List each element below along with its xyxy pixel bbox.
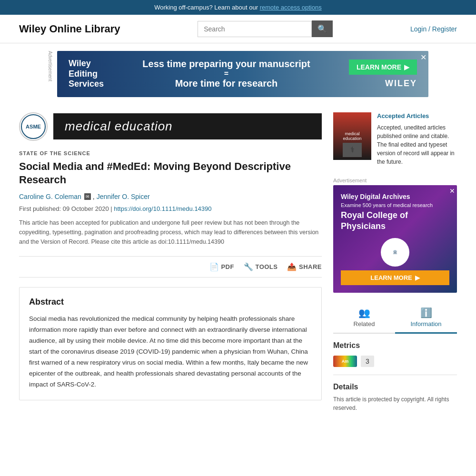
cover-emblem: ⚕ [350,145,355,154]
top-banner: Working off-campus? Learn about our remo… [0,0,476,15]
tab-information[interactable]: ℹ️ Information [395,302,457,334]
related-icon: 👥 [358,307,370,318]
accepted-desc: Accepted, unedited articles published on… [377,123,457,166]
ad-content: WileyEditingServices Less time preparing… [57,51,428,97]
article-title: Social Media and #MedEd: Moving Beyond D… [19,160,322,187]
journal-title-banner: medical education [53,113,322,139]
play-icon: ▶ [404,63,409,71]
journal-header: ASME medical education [19,112,322,141]
learn-more-button[interactable]: LEARN MORE ▶ [349,60,417,75]
altmetric-label: Am [342,359,349,364]
abstract-title: Abstract [29,297,312,307]
ad-wiley-label: WileyEditingServices [69,59,104,89]
accepted-articles-box: medicaleducation ⚕ Accepted Articles Acc… [333,112,457,166]
pdf-label: PDF [221,263,234,270]
pdf-button[interactable]: 📄 PDF [209,262,234,271]
main-layout: ASME medical education STATE OF THE SCIE… [0,105,476,420]
learn-more-label: LEARN MORE [357,63,401,71]
abstract-section: Abstract Social media has revolutionized… [19,287,322,400]
sidebar-ad-subtitle: Examine 500 years of medical research [341,202,449,208]
details-title: Details [333,383,457,391]
article-tools: 📄 PDF 🔧 TOOLS 📤 SHARE [19,256,322,278]
banner-text: Working off-campus? [154,4,212,11]
accepted-articles-link[interactable]: Accepted Articles [377,112,457,119]
tools-button[interactable]: 🔧 TOOLS [244,262,278,271]
metrics-title: Metrics [333,341,457,350]
sidebar-tabs: 👥 Related ℹ️ Information [333,302,457,334]
accepted-info: Accepted Articles Accepted, unedited art… [377,112,457,166]
ad-main-text: Less time preparing your manuscript [142,59,310,69]
tools-label: TOOLS [255,263,278,270]
article-type: STATE OF THE SCIENCE [19,150,322,156]
sidebar-ad-wiley: Wiley Digital Archives [341,193,449,200]
pub-date-line: First published: 09 October 2020 | https… [19,205,322,212]
author-separator: , [93,193,95,200]
search-input[interactable] [198,21,312,37]
ad-banner: Advertisement WileyEditingServices Less … [48,51,428,97]
author-caroline[interactable]: Caroline G. Coleman [19,193,81,200]
details-section: Details This article is protected by cop… [333,383,457,412]
sidebar-learn-label: LEARN MORE [370,274,412,281]
wiley-brand: WILEY [385,79,417,89]
metrics-section: Metrics Am 3 [333,341,457,375]
information-icon: ℹ️ [420,307,432,318]
share-button[interactable]: 📤 SHARE [287,262,322,271]
doi-link[interactable]: https://doi.org/10.1111/medu.14390 [114,205,211,212]
sidebar: medicaleducation ⚕ Accepted Articles Acc… [333,112,457,412]
altmetric-donut: Am [333,356,357,367]
authors: Caroline G. Coleman ✉ , Jennifer O. Spic… [19,193,322,200]
share-icon: 📤 [287,262,297,271]
sidebar-learn-icon: ▶ [415,274,420,281]
site-logo: Wiley Online Library [19,23,120,35]
crest-symbol: 🏛️ [393,250,397,254]
article-note: This article has been accepted for publi… [19,218,322,247]
abstract-text: Social media has revolutionized the medi… [29,314,312,390]
journal-logo: ASME [19,112,48,141]
journal-title-text: medical education [65,119,173,133]
pub-date-value: 09 October 2020 [63,205,109,212]
content-area: ASME medical education STATE OF THE SCIE… [19,112,322,412]
related-label: Related [354,320,375,327]
journal-logo-inner: ASME [21,114,46,139]
sidebar-ad: ✕ Wiley Digital Archives Examine 500 yea… [333,185,457,293]
pdf-icon: 📄 [209,262,219,271]
information-label: Information [410,320,441,327]
login-register-link[interactable]: Login / Register [410,25,457,33]
altmetric-score: 3 [361,356,374,367]
ad-middle: Less time preparing your manuscript = Mo… [142,59,310,89]
ad-label: Advertisement [48,51,53,97]
ad-right: LEARN MORE ▶ WILEY [349,60,417,89]
ad-left: WileyEditingServices [69,59,104,89]
header: Wiley Online Library 🔍 Login / Register [0,15,476,43]
search-area: 🔍 [198,20,333,37]
ad-sub-text: More time for research [142,78,310,89]
sidebar-ad-label: Advertisement [333,178,457,183]
pub-date-label: First published: [19,205,61,212]
tools-icon: 🔧 [244,262,254,271]
altmetric-badge: Am 3 [333,356,457,367]
sidebar-ad-crest: 🏛️ [381,238,409,267]
search-button[interactable]: 🔍 [312,20,333,37]
cover-image: ⚕ [343,143,362,157]
ad-close-button[interactable]: ✕ [420,53,426,62]
sidebar-ad-close-button[interactable]: ✕ [449,187,455,195]
sidebar-ad-title: Royal College of Physicians [341,210,449,232]
journal-logo-text: ASME [26,124,41,129]
sidebar-learn-more-button[interactable]: LEARN MORE ▶ [341,270,449,285]
journal-cover: medicaleducation ⚕ [333,112,371,160]
tab-related[interactable]: 👥 Related [333,302,395,333]
remote-access-link[interactable]: remote access options [260,4,322,11]
details-text: This article is protected by copyright. … [333,395,457,412]
banner-suffix: Learn about our [214,4,259,11]
share-label: SHARE [299,263,322,270]
email-icon-caroline: ✉ [84,193,91,200]
cover-title: medicaleducation [343,131,361,141]
author-jennifer[interactable]: Jennifer O. Spicer [97,193,150,200]
